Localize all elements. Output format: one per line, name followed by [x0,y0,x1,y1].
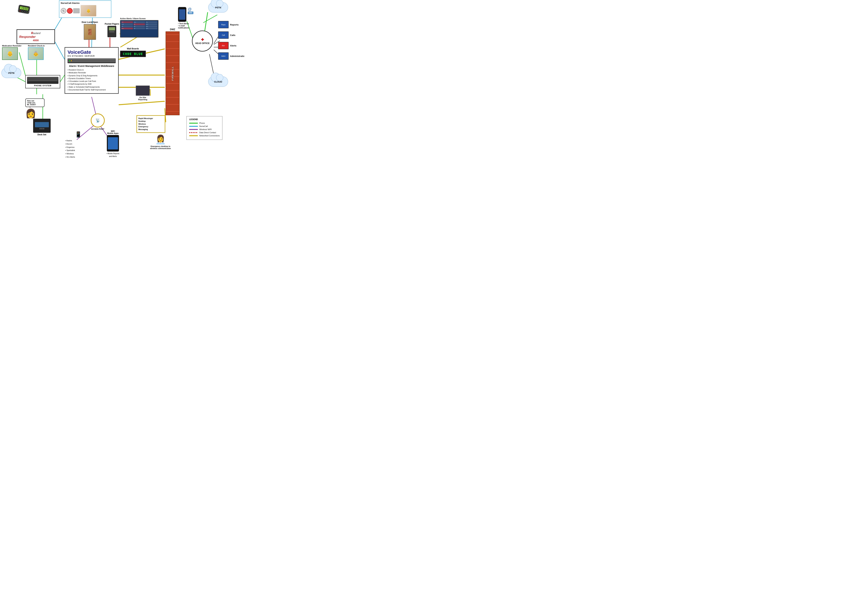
legend-item-data-direct-contact: Data Direct Contact [189,132,220,133]
screen-cell-12: 08:45 [146,28,157,29]
server-bar [72,61,115,61]
pager-btn [109,31,115,33]
feature-item: Dynamic Drop & Drag Assignments [68,74,116,77]
onsite-label: On-Site Reporting [136,96,150,101]
feature-item: Medication Reminder [68,71,116,74]
led-board: CODE BLUE [120,50,146,57]
screen-cell-10: Emer [121,28,133,29]
wireless-device-item: • Engenius [65,146,92,149]
svg-line-14 [60,75,65,82]
wifi-apps-section: WiFi Mobile Apps • Mobile Reports and Al… [100,130,126,158]
svg-line-29 [203,15,217,23]
responder-line: Responder [19,35,52,39]
at-icon: @ [188,7,193,12]
legend-item-wireless/-wifi: Wireless/ WIFI [189,128,220,130]
call-button-1: 📞 [61,8,66,13]
emergency-label: Emergency desktop to wireless communicat… [150,145,171,149]
central-box: VoiceGate DS DYNAMIC SERVER Alarm / Even… [65,47,119,94]
right-item-monitor-2: Aler [218,42,229,49]
right-item-monitor-1: Call [218,31,229,39]
voicegate-title: VoiceGate [68,50,116,55]
server-image [68,58,116,63]
wallboard-label: Wall Boards [120,47,146,50]
wireless-device-icon: 📱 [65,130,92,139]
nursecall-title: NurseCall Alarms [61,2,109,4]
right-item-label-2: Alerts [230,44,236,47]
feature-item: Static or Scheduled Staff Assignments [68,86,116,88]
legend-line [189,135,198,136]
cloud-right-shape: CLOUD [208,77,228,86]
svg-line-23 [119,101,165,105]
voice-part: Voice [68,49,80,55]
mobile-icon [178,7,186,22]
medication-section: Medication Reminder 👴 [2,45,21,60]
alerts-monitor: Alert Room Time Code 101 08:23 Fall 203 … [120,20,158,37]
key3 [43,128,44,129]
feature-item: Dynamic Escalation Timers [68,77,116,80]
pstn-right-cloud: PSTN [208,3,228,12]
resident-person: 👵 [28,47,44,60]
screen-row-2: Code 101 08:23 [121,24,157,25]
medication-label: Medication Reminder [2,45,21,47]
wallboard-section: Wall Boards CODE BLUE [120,47,146,57]
phone-system-box: PHONE SYSTEM [25,75,60,88]
legend-item-nursecall: NurseCall [189,125,220,127]
svg-line-12 [120,37,138,47]
rauland-box: Rauland Responder 4000 [16,29,55,44]
wireless-device-item: • Spetralink [65,149,92,152]
screen-cell-6: 08:23 [146,24,157,25]
screen-cell-7: Fall [121,25,133,27]
screen-cell-3: Time [146,21,157,23]
right-item-label-1: Calls [230,34,235,37]
tablet-icon [107,135,119,151]
screen-cell-9: 08:31 [146,25,157,27]
wifi-apps-list: • Mobile Reports and Alerts [100,152,126,158]
wireless-device-item: • Wireless [65,152,92,155]
pocketpager-section: Pocket Pagers [105,23,119,37]
pstn-right-wrap: PSTN [208,3,228,13]
phone-sms-icons: @ SMS [178,7,193,22]
rapid-msg-text: Rapid Messinger Desktop Wireless Emergen… [139,117,163,131]
cloud-label: CLOUD [214,80,222,83]
screen-row-1: Alert Room Time [121,21,157,23]
pstn-left-cloud-shape: PSTN [2,68,21,79]
led-text: CODE BLUE [123,52,143,56]
nursecall-content: 📞 🔴 👴 [61,5,109,16]
onsite-monitor [136,86,150,96]
legend-title: LEGEND [189,118,220,121]
feature-item: Documented Audit Trail for Staff Improve… [68,88,116,91]
pager-screen [109,27,115,30]
patient-silhouette: 👴 [81,5,96,16]
door-icon: 🚪 [84,24,96,40]
wifi-apps-title: WiFi Mobile Apps [100,130,126,134]
screen-row-4: Emer 115 08:45 [121,28,157,29]
nursecall-devices: 📞 🔴 [61,8,80,13]
wireless-device-item: • 911 Alerts [65,155,92,159]
legend-label: Wireless/ WIFI [199,128,212,130]
pstn-left-cloud: PSTN [2,68,21,78]
resident-label: Resident Check-in [28,45,45,47]
headoffice-section: ✚ HEAD OFFICE [192,31,213,52]
responder-model: 4000 [19,39,52,42]
deskset-keys [40,128,44,129]
speech-text: How can I help you Mr. Smith? [27,100,36,106]
headoffice-circle: ✚ HEAD OFFICE [192,31,213,52]
right-item-label-0: Reports [230,24,239,26]
deskset-label: Desk Set [33,133,50,136]
legend-label: NurseCall [199,125,208,127]
doorlock-section: Door Lock/Open 🚪 [82,21,98,40]
right-item-administration: Admi Administration [218,52,244,60]
right-item-calls: Call Calls [218,31,244,39]
speech-bubble: How can I help you Mr. Smith? [25,98,44,107]
legend-item-networked-connections: Networked Connections [189,135,220,137]
helpdesk-person: 👩 [25,108,44,118]
feature-list: Resident Check-InMedication ReminderDyna… [68,68,116,91]
phone-icon: 📟 [16,2,31,16]
legend-line [189,132,198,133]
pstn-cloud-right: PSTN [208,3,228,13]
firewall-label: FIREWALL [171,66,174,80]
alerts-screen-section: Active Alerts / Alarm Screen Alert Room … [120,18,158,37]
accesspoint-section: 📡 ACCESS POINT [91,114,105,130]
screen-row-3: Fall 203 08:31 [121,25,157,27]
screen-cell-8: 203 [133,25,145,27]
